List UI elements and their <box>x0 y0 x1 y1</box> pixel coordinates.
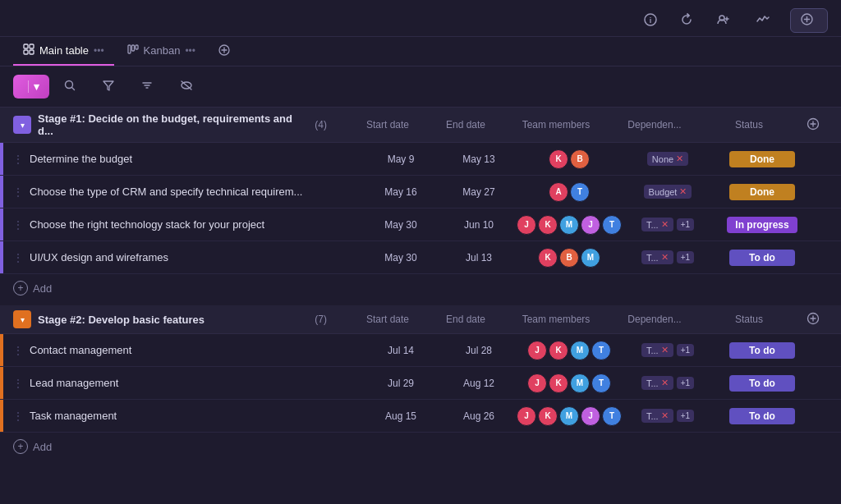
avatar[interactable]: K <box>538 406 558 426</box>
add-task-row[interactable]: +Add <box>0 433 841 460</box>
stage-header-2: ▾Stage #2: Develop basic features(7)Star… <box>0 305 841 334</box>
refresh-button[interactable] <box>673 10 700 32</box>
dep-badge[interactable]: T...✕ <box>641 409 673 423</box>
add-view-tab[interactable] <box>209 38 244 65</box>
drag-handle[interactable]: ⋮ <box>10 251 26 264</box>
task-dependency: T...✕+1 <box>623 376 713 390</box>
status-badge[interactable]: Done <box>729 151 795 167</box>
info-button[interactable]: i <box>637 10 664 32</box>
invite-button[interactable] <box>710 10 740 32</box>
avatar[interactable]: T <box>591 373 611 393</box>
avatar[interactable]: T <box>602 215 622 235</box>
hide-button[interactable] <box>172 76 201 98</box>
dep-extra-badge[interactable]: +1 <box>677 251 694 263</box>
drag-handle[interactable]: ⋮ <box>10 218 26 231</box>
dep-extra-badge[interactable]: +1 <box>677 410 694 422</box>
activity-button[interactable] <box>750 10 780 32</box>
drag-handle[interactable]: ⋮ <box>10 153 26 166</box>
stage-count-1: (4) <box>315 119 327 131</box>
avatar[interactable]: K <box>538 215 558 235</box>
task-members: JKMJT <box>516 406 623 426</box>
avatar[interactable]: M <box>559 406 579 426</box>
drag-handle[interactable]: ⋮ <box>10 186 26 199</box>
new-item-chevron-icon[interactable]: ▾ <box>28 80 39 93</box>
tab-main-table[interactable]: Main table ••• <box>13 37 114 66</box>
stage-chevron-1[interactable]: ▾ <box>13 116 31 134</box>
stage-chevron-2[interactable]: ▾ <box>13 310 31 328</box>
task-color-bar <box>0 400 3 432</box>
svg-rect-7 <box>30 50 34 54</box>
add-column-button[interactable] <box>798 117 828 133</box>
avatar[interactable]: T <box>591 341 611 360</box>
add-task-row[interactable]: +Add <box>0 274 841 302</box>
avatar[interactable]: B <box>559 248 579 268</box>
avatar[interactable]: B <box>570 149 590 169</box>
sort-button[interactable] <box>133 76 165 98</box>
task-members: JKMT <box>516 373 623 393</box>
table-row: ⋮Choose the right technology stack for y… <box>0 208 841 241</box>
avatar[interactable]: J <box>581 406 600 426</box>
tab-kanban[interactable]: Kanban ••• <box>117 37 205 66</box>
dep-badge[interactable]: T...✕ <box>641 250 673 264</box>
dep-badge[interactable]: T...✕ <box>641 343 673 357</box>
avatar[interactable]: J <box>527 341 547 360</box>
avatar[interactable]: J <box>527 373 547 393</box>
task-color-bar <box>0 334 3 366</box>
avatar[interactable]: A <box>549 182 568 202</box>
avatar[interactable]: K <box>538 248 558 268</box>
avatar[interactable]: K <box>549 341 568 360</box>
status-badge[interactable]: Done <box>729 184 795 200</box>
dep-badge[interactable]: T...✕ <box>641 376 673 390</box>
status-badge[interactable]: To do <box>729 250 795 266</box>
dep-extra-badge[interactable]: +1 <box>677 218 694 231</box>
main-table-dots[interactable]: ••• <box>94 45 104 57</box>
status-badge[interactable]: To do <box>729 342 795 359</box>
task-dependency: T...✕+1 <box>623 250 713 264</box>
avatar[interactable]: K <box>549 373 568 393</box>
add-column-button[interactable] <box>798 312 828 328</box>
sort-icon <box>141 80 153 94</box>
status-badge[interactable]: In progress <box>727 217 797 233</box>
table-row: ⋮Lead managementJul 29Aug 12JKMTT...✕+1T… <box>0 367 841 400</box>
task-name: Choose the type of CRM and specify techn… <box>26 179 360 204</box>
task-color-bar <box>0 367 3 399</box>
add-task-icon: + <box>13 281 28 296</box>
search-button[interactable] <box>56 76 88 98</box>
dep-badge[interactable]: Budget✕ <box>644 185 692 199</box>
drag-handle[interactable]: ⋮ <box>10 344 26 357</box>
new-item-button[interactable]: ▾ <box>13 75 49 99</box>
avatar[interactable]: K <box>549 149 568 169</box>
avatar[interactable]: J <box>517 406 536 426</box>
task-members: JKMT <box>516 341 623 360</box>
task-name: Contact management <box>26 337 360 363</box>
task-status-cell: Done <box>713 151 811 167</box>
column-header: Team members <box>503 314 609 325</box>
avatar[interactable]: J <box>581 215 600 235</box>
avatar[interactable]: J <box>517 215 536 235</box>
add-to-board-button[interactable] <box>790 8 828 33</box>
dep-badge[interactable]: T...✕ <box>641 218 673 231</box>
task-start-date: May 30 <box>360 219 442 231</box>
task-members: AT <box>516 182 623 202</box>
svg-rect-10 <box>136 45 138 49</box>
avatar[interactable]: T <box>570 182 590 202</box>
dep-extra-badge[interactable]: +1 <box>677 344 694 356</box>
avatar[interactable]: M <box>559 215 579 235</box>
drag-handle[interactable]: ⋮ <box>10 377 26 390</box>
kanban-dots[interactable]: ••• <box>185 45 195 57</box>
task-start-date: May 16 <box>360 186 442 198</box>
column-header: Status <box>700 314 798 325</box>
dep-badge[interactable]: None✕ <box>647 152 688 166</box>
task-end-date: Jul 28 <box>442 345 516 356</box>
svg-text:i: i <box>650 16 652 25</box>
drag-handle[interactable]: ⋮ <box>10 410 26 423</box>
status-badge[interactable]: To do <box>729 408 795 424</box>
avatar[interactable]: M <box>581 248 600 268</box>
filter-button[interactable] <box>94 76 126 98</box>
table-row: ⋮Contact managementJul 14Jul 28JKMTT...✕… <box>0 334 841 367</box>
avatar[interactable]: T <box>602 406 622 426</box>
dep-extra-badge[interactable]: +1 <box>677 377 694 389</box>
status-badge[interactable]: To do <box>729 375 795 392</box>
avatar[interactable]: M <box>570 341 590 360</box>
avatar[interactable]: M <box>570 373 590 393</box>
